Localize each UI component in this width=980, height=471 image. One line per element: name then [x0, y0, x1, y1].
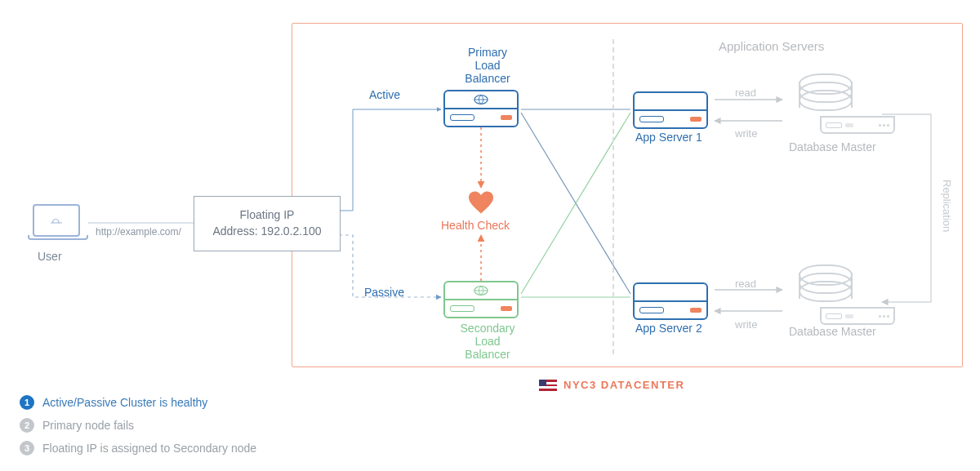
database-2-label: Database Master: [789, 325, 876, 338]
database-master-2: [799, 264, 849, 309]
active-label: Active: [369, 88, 400, 101]
app-server-2-label: App Server 2: [635, 322, 702, 335]
user-laptop-icon: [28, 204, 85, 242]
heart-icon: [469, 191, 493, 214]
database-master-1: [799, 73, 849, 118]
diagram-canvas: { "user_label":"User", "url":"http://exa…: [0, 0, 980, 471]
write-label-2: write: [735, 318, 757, 331]
legend-text-3: Floating IP is assigned to Secondary nod…: [42, 442, 256, 455]
legend-text-2: Primary node fails: [42, 419, 134, 432]
legend-number-3: 3: [20, 441, 34, 455]
us-flag-icon: [539, 380, 557, 391]
user-label: User: [38, 250, 62, 263]
secondary-lb-title-l1: Secondary: [451, 322, 524, 335]
legend-text-1: Active/Passive Cluster is healthy: [42, 396, 207, 409]
floating-ip-box: Floating IP Address: 192.0.2.100: [194, 196, 341, 251]
floating-ip-line2: Address: 192.0.2.100: [212, 224, 321, 240]
primary-lb-title-l1: Primary: [451, 46, 524, 59]
primary-load-balancer: [443, 90, 519, 126]
legend-number-1: 1: [20, 395, 34, 410]
replication-label: Replication: [941, 180, 953, 232]
floating-ip-line1: Floating IP: [240, 207, 295, 224]
app-server-2: [633, 282, 708, 318]
legend: 1 Active/Passive Cluster is healthy 2 Pr…: [20, 395, 256, 464]
secondary-load-balancer: [443, 281, 519, 317]
secondary-lb-title-l2: Load Balancer: [451, 335, 524, 361]
database-2-base: [820, 307, 895, 325]
app-server-1-label: App Server 1: [635, 131, 702, 144]
legend-number-2: 2: [20, 418, 34, 433]
legend-item-2: 2 Primary node fails: [20, 418, 256, 433]
database-1-label: Database Master: [789, 140, 876, 153]
write-label-1: write: [735, 127, 757, 140]
datacenter-label: NYC3 DATACENTER: [539, 379, 684, 391]
primary-lb-title-l2: Load Balancer: [451, 59, 524, 85]
health-check-label: Health Check: [441, 219, 510, 232]
app-server-1: [633, 91, 708, 127]
read-label-1: read: [735, 87, 756, 99]
url-label: http://example.com/: [96, 226, 181, 238]
database-1-base: [820, 116, 895, 134]
legend-item-1: 1 Active/Passive Cluster is healthy: [20, 395, 256, 410]
app-server-divider: [612, 39, 614, 354]
secondary-lb-title: Secondary Load Balancer: [451, 322, 524, 361]
datacenter-name: NYC3 DATACENTER: [564, 379, 684, 391]
app-servers-heading: Application Servers: [719, 39, 824, 53]
read-label-2: read: [735, 278, 756, 290]
passive-label: Passive: [364, 286, 404, 299]
primary-lb-title: Primary Load Balancer: [451, 46, 524, 85]
legend-item-3: 3 Floating IP is assigned to Secondary n…: [20, 441, 256, 455]
